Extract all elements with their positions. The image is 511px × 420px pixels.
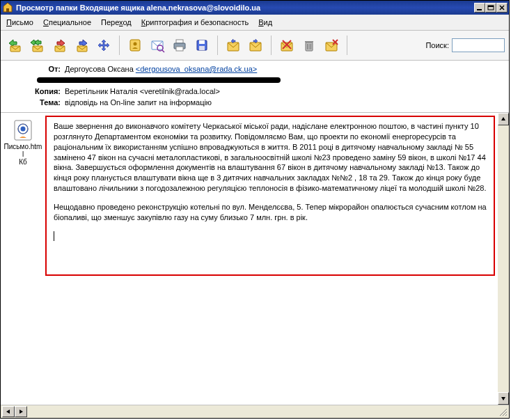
svg-rect-4 bbox=[488, 6, 494, 7]
print-button[interactable] bbox=[170, 36, 189, 55]
titlebar-buttons bbox=[474, 3, 508, 13]
attachment-size: Кб bbox=[3, 158, 42, 166]
body-p2: Нещодавно проведено реконструкцію котель… bbox=[54, 202, 487, 223]
scroll-right-button[interactable] bbox=[15, 406, 27, 417]
svg-rect-1 bbox=[6, 8, 9, 12]
svg-line-53 bbox=[505, 414, 507, 416]
svg-rect-26 bbox=[199, 40, 205, 44]
svg-point-46 bbox=[21, 127, 26, 132]
view-button[interactable] bbox=[148, 36, 167, 55]
close-button[interactable] bbox=[496, 3, 508, 13]
text-cursor bbox=[54, 231, 54, 241]
file-html-icon bbox=[12, 119, 34, 141]
spam-button[interactable] bbox=[277, 36, 297, 55]
scroll-left-button[interactable] bbox=[2, 406, 15, 417]
svg-line-21 bbox=[162, 50, 164, 52]
move-button[interactable] bbox=[94, 36, 113, 55]
svg-marker-47 bbox=[501, 117, 505, 120]
maximize-button[interactable] bbox=[485, 3, 496, 13]
menu-special[interactable]: Специальное bbox=[42, 17, 93, 28]
reply-all-button[interactable] bbox=[27, 36, 47, 55]
svg-marker-16 bbox=[98, 40, 109, 51]
message-body[interactable]: Ваше звернення до виконавчого комітету Ч… bbox=[45, 116, 495, 276]
from-value: Дергоусова Оксана <dergousova_oksana@rad… bbox=[65, 65, 503, 73]
scroll-up-button[interactable] bbox=[498, 113, 509, 125]
search-box: Поиск: bbox=[425, 38, 505, 52]
menu-goto[interactable]: Переход bbox=[100, 17, 133, 28]
subject-label: Тема: bbox=[6, 98, 65, 107]
attachment-column: Письмо.html Кб bbox=[1, 113, 45, 405]
svg-marker-49 bbox=[6, 410, 10, 414]
search-input[interactable] bbox=[452, 38, 505, 52]
next-message-button[interactable] bbox=[246, 36, 265, 55]
redacted-bar bbox=[37, 77, 281, 83]
vertical-scrollbar[interactable] bbox=[498, 113, 509, 405]
titlebar-text: Просмотр папки Входящие ящика alena.nekr… bbox=[16, 3, 474, 12]
message-headers: От: Дергоусова Оксана <dergousova_oksana… bbox=[1, 61, 509, 113]
content-area: Письмо.html Кб Ваше звернення до виконав… bbox=[1, 113, 509, 405]
resize-grip[interactable] bbox=[498, 407, 508, 417]
svg-rect-2 bbox=[477, 9, 482, 10]
message-column: Ваше звернення до виконавчого комітету Ч… bbox=[45, 113, 498, 405]
svg-marker-50 bbox=[19, 410, 23, 414]
prev-message-button[interactable] bbox=[223, 36, 243, 55]
titlebar: Просмотр папки Входящие ящика alena.nekr… bbox=[1, 1, 509, 15]
delete-message-button[interactable] bbox=[322, 36, 341, 55]
svg-rect-27 bbox=[199, 46, 205, 50]
reply-button[interactable] bbox=[5, 36, 24, 55]
delete-button[interactable] bbox=[299, 36, 319, 55]
from-label: От: bbox=[6, 65, 65, 73]
toolbar: Поиск: bbox=[1, 31, 509, 61]
svg-marker-10 bbox=[35, 40, 41, 45]
attachment-filename: Письмо.html bbox=[3, 143, 42, 158]
minimize-button[interactable] bbox=[474, 3, 485, 13]
statusbar bbox=[1, 405, 509, 418]
horizontal-scrollbar[interactable] bbox=[2, 406, 27, 417]
copy-label: Копия: bbox=[6, 87, 65, 95]
scroll-track[interactable] bbox=[498, 125, 509, 392]
svg-marker-48 bbox=[501, 397, 505, 400]
forward-red-button[interactable] bbox=[49, 36, 69, 55]
menu-view[interactable]: Вид bbox=[257, 17, 274, 28]
search-label: Поиск: bbox=[425, 41, 449, 49]
addressbook-button[interactable] bbox=[125, 36, 145, 55]
window: Просмотр папки Входящие ящика alena.nekr… bbox=[0, 0, 510, 419]
menu-crypto[interactable]: Криптография и безопасность bbox=[140, 17, 250, 28]
forward-button[interactable] bbox=[72, 36, 91, 55]
menu-letter[interactable]: Письмо bbox=[5, 17, 35, 28]
body-p1: Ваше звернення до виконавчого комітету Ч… bbox=[54, 121, 487, 194]
from-address-link[interactable]: <dergousova_oksana@rada.ck.ua> bbox=[136, 65, 257, 73]
svg-rect-24 bbox=[176, 47, 183, 51]
attachment-item[interactable]: Письмо.html Кб bbox=[1, 117, 45, 168]
copy-value: Веретільник Наталія <veretilnik@rada.loc… bbox=[65, 87, 503, 95]
svg-rect-22 bbox=[176, 40, 183, 43]
app-icon bbox=[2, 2, 13, 13]
scroll-down-button[interactable] bbox=[498, 392, 509, 405]
menubar: Письмо Специальное Переход Криптография … bbox=[1, 15, 509, 31]
svg-rect-36 bbox=[305, 41, 313, 42]
save-button[interactable] bbox=[192, 36, 212, 55]
svg-point-18 bbox=[134, 42, 137, 46]
subject-value: відповідь на On-line запит на інформацію bbox=[65, 98, 503, 107]
